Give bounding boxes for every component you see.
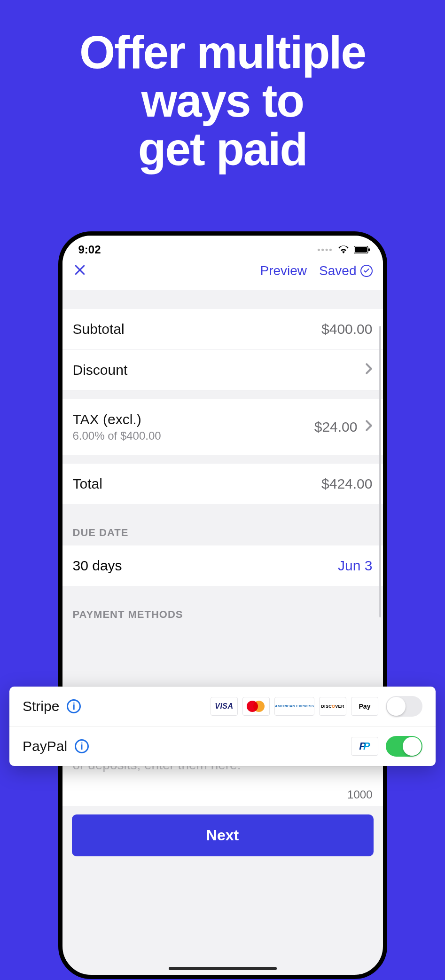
payment-methods-header: PAYMENT METHODS	[62, 586, 383, 627]
battery-icon	[354, 243, 370, 256]
headline-line-2: ways to	[0, 77, 445, 125]
stripe-label: Stripe	[23, 698, 59, 714]
status-indicators: ••••	[317, 243, 369, 256]
svg-rect-2	[368, 248, 370, 251]
total-label: Total	[73, 476, 102, 492]
payment-methods-card: Stripe i VISA AMERICAN EXPRESS DISCOVER …	[9, 687, 436, 766]
saved-indicator[interactable]: Saved	[319, 263, 372, 278]
status-bar: 9:02 ••••	[62, 236, 383, 253]
char-count: 1000	[73, 782, 373, 801]
marketing-headline: Offer multiple ways to get paid	[0, 0, 445, 174]
subtotal-value: $400.00	[321, 321, 372, 337]
chevron-right-icon	[365, 362, 373, 378]
due-date-header: DUE DATE	[62, 504, 383, 545]
headline-line-1: Offer multiple	[0, 28, 445, 77]
info-icon[interactable]: i	[67, 699, 81, 713]
signal-dots-icon: ••••	[317, 245, 333, 255]
tax-label: TAX (excl.)	[73, 411, 161, 427]
svg-rect-1	[355, 247, 367, 253]
phone-frame: 9:02 •••• Preview Saved Subtotal	[58, 231, 387, 979]
due-date-term: 30 days	[73, 558, 122, 574]
stripe-toggle[interactable]	[386, 696, 422, 717]
stripe-row: Stripe i VISA AMERICAN EXPRESS DISCOVER …	[9, 687, 436, 727]
visa-icon: VISA	[211, 697, 238, 716]
due-date-value: Jun 3	[338, 558, 372, 574]
headline-line-3: get paid	[0, 125, 445, 174]
wifi-icon	[338, 243, 349, 256]
check-circle-icon	[360, 265, 373, 277]
status-time: 9:02	[78, 243, 101, 256]
subtotal-label: Subtotal	[73, 321, 125, 337]
paypal-toggle[interactable]	[386, 736, 422, 757]
scroll-indicator[interactable]	[379, 326, 381, 617]
home-indicator[interactable]	[169, 967, 277, 970]
discover-icon: DISCOVER	[319, 697, 346, 716]
paypal-label: PayPal	[23, 738, 67, 754]
card-brands: VISA AMERICAN EXPRESS DISCOVER Pay	[211, 697, 378, 716]
paypal-row: PayPal i PP	[9, 727, 436, 766]
total-value: $424.00	[321, 476, 372, 492]
info-icon[interactable]: i	[75, 739, 89, 753]
saved-label: Saved	[319, 263, 356, 278]
subtotal-row: Subtotal $400.00	[62, 309, 383, 350]
chevron-right-icon	[365, 419, 373, 435]
preview-button[interactable]: Preview	[260, 263, 307, 278]
total-row: Total $424.00	[62, 464, 383, 504]
close-button[interactable]	[73, 263, 87, 279]
paypal-icon: PP	[351, 737, 378, 756]
next-button[interactable]: Next	[72, 814, 374, 856]
nav-bar: Preview Saved	[62, 253, 383, 290]
due-date-row[interactable]: 30 days Jun 3	[62, 545, 383, 586]
tax-sublabel: 6.00% of $400.00	[73, 429, 161, 443]
amex-icon: AMERICAN EXPRESS	[274, 697, 314, 716]
discount-row[interactable]: Discount	[62, 350, 383, 391]
apple-pay-icon: Pay	[351, 697, 378, 716]
mastercard-icon	[242, 697, 270, 716]
tax-value: $24.00	[314, 419, 358, 435]
tax-row[interactable]: TAX (excl.) 6.00% of $400.00 $24.00	[62, 399, 383, 455]
discount-label: Discount	[73, 362, 128, 378]
close-icon	[73, 263, 87, 277]
